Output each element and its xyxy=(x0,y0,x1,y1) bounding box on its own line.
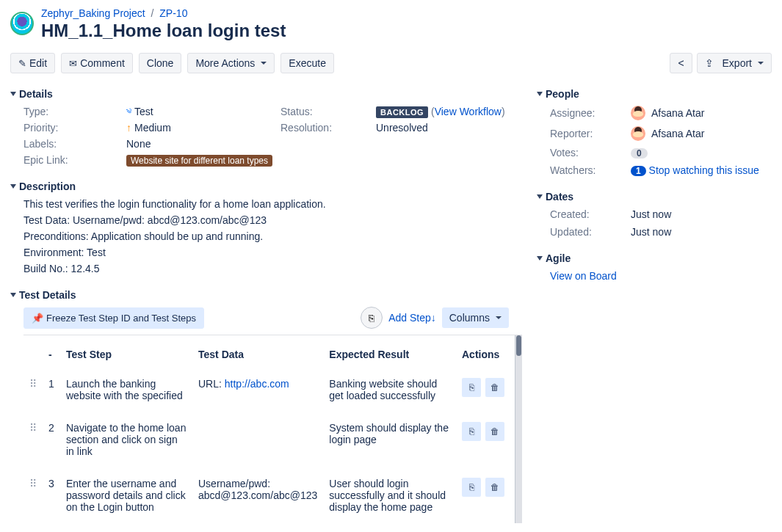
issue-title: HM_1.1_Home loan login test xyxy=(41,21,286,41)
assignee-value: Afsana Atar xyxy=(651,107,704,119)
step-cell[interactable]: Enter the username and password details … xyxy=(60,467,192,523)
twisty-icon xyxy=(10,184,16,189)
execute-label: Execute xyxy=(289,57,326,69)
delete-step-button[interactable]: 🗑 xyxy=(485,378,504,397)
test-type-icon: ༄ xyxy=(126,106,131,117)
description-header-label: Description xyxy=(19,181,76,192)
copy-columns-button[interactable]: ⎘ xyxy=(361,307,383,329)
add-step-link[interactable]: Add Step↓ xyxy=(388,312,436,324)
watchers-count: 1 xyxy=(631,166,646,176)
description-line: Environment: Test xyxy=(10,247,522,258)
dates-header[interactable]: Dates xyxy=(537,191,772,203)
step-number: 2 xyxy=(43,412,60,467)
step-number: 1 xyxy=(43,368,60,412)
description-header[interactable]: Description xyxy=(10,181,522,192)
description-line: Test Data: Username/pwd: abcd@123.com/ab… xyxy=(10,214,522,226)
chevron-down-icon xyxy=(758,62,764,65)
epic-label: Epic Link: xyxy=(23,154,126,166)
votes-count: 0 xyxy=(631,148,648,158)
view-workflow-link[interactable]: View Workflow xyxy=(435,106,502,117)
test-details-header[interactable]: Test Details xyxy=(10,289,522,301)
project-avatar xyxy=(10,12,34,35)
clone-button[interactable]: Clone xyxy=(139,53,182,73)
export-button[interactable]: ⇪ Export xyxy=(697,53,772,73)
people-header[interactable]: People xyxy=(537,88,772,100)
edit-label: Edit xyxy=(29,57,47,69)
resolution-value: Unresolved xyxy=(376,122,522,134)
status-label: Status: xyxy=(280,106,376,117)
type-value: Test xyxy=(134,106,153,117)
breadcrumb-project[interactable]: Zephyr_Baking Project xyxy=(41,7,145,19)
columns-button[interactable]: Columns xyxy=(442,307,509,328)
step-number: 3 xyxy=(43,467,60,523)
chevron-down-icon xyxy=(261,62,267,65)
priority-value: Medium xyxy=(134,122,171,134)
agile-header[interactable]: Agile xyxy=(537,252,772,264)
created-label: Created: xyxy=(550,208,631,220)
drag-handle-icon[interactable]: ⠿ xyxy=(29,478,37,489)
twisty-icon xyxy=(537,194,543,199)
epic-link[interactable]: Website site for different loan types xyxy=(126,155,272,167)
details-header-label: Details xyxy=(19,88,53,100)
description-line: Build No.: 12.4.5 xyxy=(10,263,522,274)
clone-step-button[interactable]: ⎘ xyxy=(462,478,481,497)
pencil-icon: ✎ xyxy=(18,58,26,69)
data-cell[interactable]: Username/pwd: abcd@123.com/abc@123 xyxy=(192,467,323,523)
drag-handle-icon[interactable]: ⠿ xyxy=(29,422,37,434)
table-row: ⠿3Enter the username and password detail… xyxy=(23,467,522,523)
dates-header-label: Dates xyxy=(546,191,573,203)
execute-button[interactable]: Execute xyxy=(280,53,334,73)
type-label: Type: xyxy=(23,106,126,117)
breadcrumb: Zephyr_Baking Project / ZP-10 xyxy=(41,7,286,19)
clone-icon: ⎘ xyxy=(469,426,474,437)
votes-label: Votes: xyxy=(550,147,631,158)
watchers-label: Watchers: xyxy=(550,164,631,176)
delete-step-button[interactable]: 🗑 xyxy=(485,422,504,441)
expected-cell[interactable]: Banking website should get loaded succes… xyxy=(323,368,456,412)
details-header[interactable]: Details xyxy=(10,88,522,100)
agile-header-label: Agile xyxy=(546,252,571,264)
clone-step-button[interactable]: ⎘ xyxy=(462,378,481,397)
reporter-value: Afsana Atar xyxy=(651,128,704,139)
step-cell[interactable]: Navigate to the home loan section and cl… xyxy=(60,412,192,467)
drag-handle-icon[interactable]: ⠿ xyxy=(29,378,37,390)
more-actions-label: More Actions xyxy=(195,57,255,69)
twisty-icon xyxy=(537,92,543,96)
data-cell[interactable]: URL: http://abc.com xyxy=(192,368,323,412)
stop-watching-link[interactable]: Stop watching this issue xyxy=(649,164,759,176)
export-label: Export xyxy=(723,57,752,69)
breadcrumb-issue-key[interactable]: ZP-10 xyxy=(159,7,187,19)
expected-cell[interactable]: User should login successfully and it sh… xyxy=(323,467,456,523)
share-button[interactable]: < xyxy=(670,53,692,73)
trash-icon: 🗑 xyxy=(490,426,499,437)
test-data-link[interactable]: http://abc.com xyxy=(225,378,289,390)
priority-label: Priority: xyxy=(23,122,126,134)
labels-value: None xyxy=(126,138,280,150)
data-cell[interactable] xyxy=(192,412,323,467)
edit-button[interactable]: ✎Edit xyxy=(10,53,55,73)
trash-icon: 🗑 xyxy=(490,382,499,393)
add-step-label: Add Step xyxy=(388,312,431,324)
col-actions-header: Actions xyxy=(456,335,522,368)
twisty-icon xyxy=(10,293,16,297)
test-details-header-label: Test Details xyxy=(19,289,76,301)
chevron-down-icon xyxy=(496,316,502,319)
resolution-label: Resolution: xyxy=(280,122,376,134)
comment-button[interactable]: ✉Comment xyxy=(61,53,133,73)
clone-label: Clone xyxy=(147,57,174,69)
more-actions-button[interactable]: More Actions xyxy=(187,53,275,73)
clone-step-button[interactable]: ⎘ xyxy=(462,422,481,441)
scrollbar-thumb[interactable] xyxy=(516,335,521,356)
delete-step-button[interactable]: 🗑 xyxy=(485,478,504,497)
export-icon: ⇪ xyxy=(705,57,714,69)
step-cell[interactable]: Launch the banking website with the spec… xyxy=(60,368,192,412)
copy-icon: ⎘ xyxy=(369,313,374,324)
view-on-board-link[interactable]: View on Board xyxy=(550,270,617,282)
expected-cell[interactable]: System should display the login page xyxy=(323,412,456,467)
updated-label: Updated: xyxy=(550,226,631,238)
vertical-scrollbar[interactable] xyxy=(515,335,522,523)
freeze-button[interactable]: 📌 Freeze Test Step ID and Test Steps xyxy=(23,307,204,329)
sort-icon: ↓ xyxy=(431,312,436,324)
col-num-header: - xyxy=(43,335,60,368)
reporter-label: Reporter: xyxy=(550,128,631,139)
